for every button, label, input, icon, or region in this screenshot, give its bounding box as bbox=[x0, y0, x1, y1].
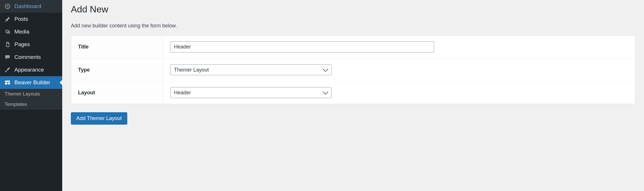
sidebar-item-label: Comments bbox=[14, 54, 41, 60]
form-table: Title Type Themer Layout Layout Header bbox=[71, 35, 635, 104]
comment-icon bbox=[4, 54, 11, 61]
layout-label: Layout bbox=[71, 81, 163, 104]
intro-text: Add new builder content using the form b… bbox=[71, 23, 635, 29]
admin-sidebar: Dashboard Posts Media Pages Comments App… bbox=[0, 0, 62, 191]
title-label: Title bbox=[71, 35, 163, 59]
sidebar-item-comments[interactable]: Comments bbox=[0, 51, 62, 63]
builder-icon bbox=[4, 79, 11, 86]
sidebar-item-label: Dashboard bbox=[14, 3, 41, 10]
type-select-wrap: Themer Layout bbox=[170, 64, 332, 75]
submenu-item-label: Templates bbox=[5, 102, 27, 107]
sidebar-item-pages[interactable]: Pages bbox=[0, 38, 62, 51]
layout-select-wrap: Header bbox=[170, 87, 332, 98]
add-themer-layout-button[interactable]: Add Themer Layout bbox=[71, 112, 127, 125]
pages-icon bbox=[4, 41, 11, 48]
form-row-title: Title bbox=[71, 35, 635, 59]
form-row-type: Type Themer Layout bbox=[71, 59, 635, 81]
media-icon bbox=[4, 28, 11, 35]
type-label: Type bbox=[71, 59, 163, 81]
sidebar-item-dashboard[interactable]: Dashboard bbox=[0, 0, 62, 13]
sidebar-item-label: Beaver Builder bbox=[14, 79, 50, 86]
submenu-item-label: Themer Layouts bbox=[5, 91, 40, 97]
form-row-layout: Layout Header bbox=[71, 81, 635, 104]
sidebar-item-media[interactable]: Media bbox=[0, 25, 62, 38]
brush-icon bbox=[4, 66, 11, 73]
sidebar-item-label: Media bbox=[14, 29, 29, 35]
sidebar-item-beaver-builder[interactable]: Beaver Builder bbox=[0, 76, 62, 89]
sidebar-item-label: Appearance bbox=[14, 67, 44, 73]
title-input[interactable] bbox=[170, 41, 434, 53]
submenu-item-themer-layouts[interactable]: Themer Layouts bbox=[0, 89, 62, 99]
layout-select[interactable]: Header bbox=[170, 87, 332, 98]
sidebar-item-label: Posts bbox=[14, 16, 28, 22]
pin-icon bbox=[4, 16, 11, 23]
main-content: Add New Add new builder content using th… bbox=[62, 0, 644, 191]
submenu-item-templates[interactable]: Templates bbox=[0, 99, 62, 110]
sidebar-item-label: Pages bbox=[14, 41, 30, 48]
type-select[interactable]: Themer Layout bbox=[170, 64, 332, 75]
sidebar-item-posts[interactable]: Posts bbox=[0, 13, 62, 25]
submit-row: Add Themer Layout bbox=[71, 112, 635, 125]
page-title: Add New bbox=[71, 4, 635, 15]
dashboard-icon bbox=[4, 3, 11, 10]
sidebar-submenu: Themer Layouts Templates bbox=[0, 89, 62, 110]
sidebar-item-appearance[interactable]: Appearance bbox=[0, 63, 62, 76]
